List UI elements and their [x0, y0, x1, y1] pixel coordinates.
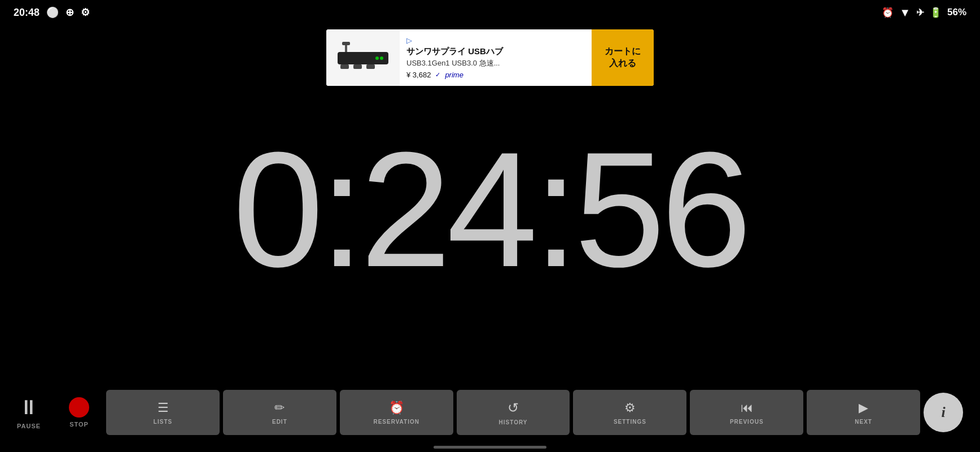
info-button[interactable]: i: [924, 393, 963, 432]
info-icon: i: [941, 404, 945, 421]
battery-icon: 🔋: [930, 7, 942, 19]
lists-button[interactable]: ☰ LISTS: [106, 390, 220, 435]
lists-label: LISTS: [154, 419, 172, 425]
next-label: NEXT: [855, 419, 872, 425]
svg-rect-1: [340, 64, 349, 69]
ad-image-area: [326, 29, 400, 86]
edit-icon: ✏: [274, 401, 285, 415]
bottom-controls: ⏸ PAUSE STOP ☰ LISTS ✏ EDIT ⏰ RESERVATIO…: [0, 384, 980, 441]
ad-prime: prime: [445, 71, 463, 79]
pause-stop-area: ⏸ PAUSE STOP: [17, 395, 89, 429]
ad-cart-button[interactable]: カートに入れる: [592, 29, 654, 86]
reservation-icon: ⏰: [389, 401, 404, 415]
stop-inner: [75, 403, 83, 411]
ad-prime-check: ✓: [435, 71, 440, 79]
airplane-icon: ✈: [916, 7, 924, 19]
ad-description: USB3.1Gen1 USB3.0 急速...: [406, 58, 585, 68]
ad-price-row: ¥ 3,682 ✓ prime: [406, 71, 585, 79]
svg-point-6: [375, 56, 379, 60]
ad-banner: ▷ サンワサプライ USBハブ USB3.1Gen1 USB3.0 急速... …: [326, 29, 654, 86]
ad-text-area: ▷ サンワサプライ USBハブ USB3.1Gen1 USB3.0 急速... …: [400, 32, 592, 84]
svg-rect-2: [353, 64, 362, 69]
pause-button[interactable]: ⏸ PAUSE: [17, 395, 41, 429]
next-icon: ▶: [859, 401, 868, 415]
usb-hub-image: [332, 41, 394, 75]
svg-point-7: [380, 56, 383, 60]
reservation-label: RESERVATION: [373, 419, 419, 425]
stop-label: STOP: [69, 421, 89, 428]
circle-icon: ⚪: [46, 6, 59, 19]
nav-buttons: ☰ LISTS ✏ EDIT ⏰ RESERVATION ↺ HISTORY ⚙…: [106, 390, 963, 435]
previous-button[interactable]: ⏮ PREVIOUS: [690, 390, 803, 435]
settings-label: SETTINGS: [614, 419, 646, 425]
home-indicator: [434, 446, 546, 449]
status-left: 20:48 ⚪ ⊕ ⚙: [14, 6, 90, 19]
battery-percent: 56%: [947, 7, 966, 18]
edit-label: EDIT: [272, 419, 287, 425]
settings-icon: ⚙: [624, 401, 636, 415]
stop-button[interactable]: STOP: [69, 397, 89, 428]
pause-icon: ⏸: [19, 395, 39, 419]
svg-rect-3: [366, 64, 375, 69]
edit-button[interactable]: ✏ EDIT: [223, 390, 336, 435]
timer-display: 0:24:56: [0, 102, 980, 316]
settings-button[interactable]: ⚙ SETTINGS: [573, 390, 686, 435]
history-button[interactable]: ↺ HISTORY: [457, 390, 570, 435]
ad-price: ¥ 3,682: [406, 71, 431, 79]
lists-icon: ☰: [158, 401, 169, 415]
next-button[interactable]: ▶ NEXT: [807, 390, 920, 435]
cast-icon: ⊕: [65, 6, 74, 19]
ad-title: サンワサプライ USBハブ: [406, 46, 585, 57]
svg-rect-5: [342, 42, 350, 45]
settings-icon: ⚙: [81, 6, 90, 19]
wifi-icon: ▼: [899, 6, 911, 19]
alarm-icon: ⏰: [882, 7, 894, 19]
status-bar: 20:48 ⚪ ⊕ ⚙ ⏰ ▼ ✈ 🔋 56%: [0, 0, 980, 25]
previous-icon: ⏮: [741, 401, 753, 415]
previous-label: PREVIOUS: [730, 419, 764, 425]
status-right: ⏰ ▼ ✈ 🔋 56%: [882, 6, 966, 19]
history-icon: ↺: [508, 400, 519, 416]
stop-icon: [69, 397, 89, 418]
pause-label: PAUSE: [17, 423, 41, 429]
time-display: 20:48: [14, 7, 40, 19]
history-label: HISTORY: [499, 419, 528, 425]
reservation-button[interactable]: ⏰ RESERVATION: [340, 390, 453, 435]
ad-play-icon: ▷: [406, 36, 585, 45]
timer-text: 0:24:56: [233, 127, 747, 291]
